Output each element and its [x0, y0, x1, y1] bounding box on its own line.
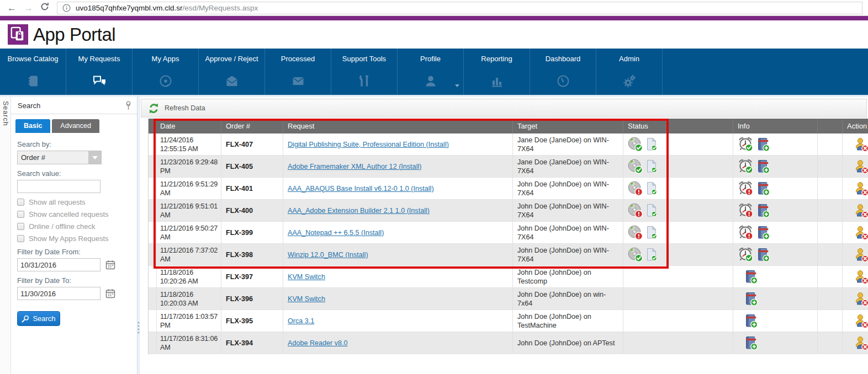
refresh-data-button[interactable]: Refresh Data	[141, 99, 867, 117]
cancel-request-icon[interactable]	[854, 137, 868, 152]
page-info-icon[interactable]	[62, 4, 71, 12]
search-by-select[interactable]: Order #	[17, 151, 102, 164]
column-header-target[interactable]: Target	[513, 119, 623, 133]
checkbox-show-all-requests[interactable]	[17, 199, 24, 206]
request-link[interactable]: Adobe Framemaker XML Author 12 (Install)	[288, 162, 421, 171]
column-header-request[interactable]: Request	[283, 119, 513, 133]
column-header-order[interactable]: Order #	[221, 119, 283, 133]
cancel-request-icon[interactable]	[854, 159, 868, 174]
doc-success-icon	[646, 137, 657, 151]
log-add-icon[interactable]	[756, 181, 770, 196]
request-link[interactable]: Digital Publishing Suite, Professional E…	[288, 140, 449, 149]
catalog-icon	[0, 74, 66, 88]
request-link[interactable]: KVM Switch	[288, 273, 325, 281]
cell-request: KVM Switch	[283, 266, 513, 287]
select-arrow-icon[interactable]	[88, 151, 101, 164]
log-add-icon[interactable]	[744, 270, 758, 284]
column-header-date[interactable]: Date	[156, 119, 221, 133]
checkbox-label: Show all requests	[29, 198, 86, 206]
nav-tab-label: Processed	[265, 55, 331, 63]
cancel-request-icon[interactable]	[854, 292, 868, 306]
cell-spacer	[818, 133, 843, 155]
cancel-request-icon[interactable]	[854, 181, 868, 196]
date-from-input[interactable]	[17, 258, 100, 271]
calendar-icon[interactable]	[105, 260, 115, 270]
mail-icon	[265, 74, 331, 88]
search-pane-vertical-tab[interactable]: Search	[2, 101, 9, 126]
log-add-icon[interactable]	[744, 292, 758, 306]
alarm-error-icon[interactable]	[738, 225, 753, 240]
cell-order-number: FLX-399	[221, 222, 283, 243]
tab-advanced[interactable]: Advanced	[52, 119, 99, 133]
alarm-success-icon[interactable]	[738, 137, 753, 152]
browser-forward-button[interactable]: →	[24, 3, 33, 13]
log-add-icon[interactable]	[756, 248, 770, 262]
disc-error-icon	[628, 225, 643, 240]
cell-status	[623, 332, 733, 354]
request-link[interactable]: AAA_Adobe Extension Builder 2.1 1.0 (Ins…	[288, 206, 430, 215]
request-link[interactable]: Winzip 12.0_BMC (Install)	[288, 250, 368, 259]
cancel-request-icon[interactable]	[854, 336, 868, 350]
checkbox-show-my-apps-requests[interactable]	[17, 235, 24, 242]
browser-back-button[interactable]: ←	[7, 3, 17, 13]
column-header-status[interactable]: Status	[623, 119, 733, 133]
checkbox-show-cancelled-requests[interactable]	[17, 211, 24, 218]
log-add-icon[interactable]	[756, 226, 770, 240]
search-button[interactable]: Search	[17, 311, 60, 326]
cancel-request-icon[interactable]	[854, 270, 868, 284]
log-add-icon[interactable]	[744, 336, 758, 350]
cancel-request-icon[interactable]	[854, 204, 868, 218]
browser-chrome: ← → uvo185q7qhfxe7yqmbl.vm.cld.sr/esd/My…	[0, 0, 868, 16]
nav-tab-admin[interactable]: Admin	[596, 49, 663, 95]
request-link[interactable]: Orca 3.1	[288, 317, 314, 325]
nav-tab-processed[interactable]: Processed	[265, 49, 331, 95]
nav-tab-browse-catalog[interactable]: Browse Catalog	[0, 49, 66, 95]
cell-spacer	[818, 222, 843, 243]
alarm-success-icon[interactable]	[738, 247, 753, 262]
nav-tab-dashboard[interactable]: Dashboard	[530, 49, 596, 95]
cell-info	[733, 288, 818, 309]
cell-info	[733, 244, 818, 265]
request-link[interactable]: KVM Switch	[288, 295, 325, 303]
log-add-icon[interactable]	[744, 314, 758, 328]
cancel-request-icon[interactable]	[854, 248, 868, 262]
address-bar[interactable]: uvo185q7qhfxe7yqmbl.vm.cld.sr/esd/MyRequ…	[57, 2, 862, 14]
request-link[interactable]: AAA_Notepad ++ 6.5.5 (Install)	[288, 228, 384, 237]
cell-target: John Doe (JohnDoe) on WIN-7X64	[513, 178, 623, 199]
browser-reload-button[interactable]	[40, 2, 49, 13]
calendar-icon[interactable]	[105, 288, 115, 298]
log-add-icon[interactable]	[756, 159, 770, 174]
cancel-request-icon[interactable]	[854, 314, 868, 328]
request-link[interactable]: Adobe Reader v8.0	[288, 339, 348, 348]
nav-tab-my-requests[interactable]: My Requests	[66, 49, 133, 95]
nav-tab-reporting[interactable]: Reporting	[464, 49, 530, 95]
nav-tab-support-tools[interactable]: Support Tools	[331, 49, 398, 95]
doc-success-icon	[646, 159, 657, 173]
nav-tab-label: Approve / Reject	[199, 55, 264, 63]
nav-tab-my-apps[interactable]: My Apps	[133, 49, 199, 95]
alarm-error-icon[interactable]	[738, 203, 753, 218]
log-add-icon[interactable]	[756, 137, 770, 152]
tab-basic[interactable]: Basic	[15, 119, 50, 133]
nav-tab-label: Browse Catalog	[0, 55, 66, 63]
nav-tab-approve-reject[interactable]: Approve / Reject	[199, 49, 265, 95]
cancel-request-icon[interactable]	[854, 226, 868, 240]
column-header-info[interactable]: Info	[733, 119, 818, 133]
cell-action	[843, 156, 868, 177]
pin-icon[interactable]	[125, 101, 131, 110]
cell-target: John Doe (JohnDoe) on Testcomp	[513, 266, 623, 287]
date-to-input[interactable]	[17, 287, 100, 300]
search-value-input[interactable]	[17, 180, 100, 193]
request-link[interactable]: AAA_ABAQUS Base Install v6.12-0 1.0 (Ins…	[288, 184, 434, 193]
checkbox-online-offline-check[interactable]	[17, 223, 24, 230]
alarm-error-icon[interactable]	[738, 181, 753, 196]
log-add-icon[interactable]	[756, 204, 770, 218]
cell-status	[623, 288, 733, 309]
nav-tab-profile[interactable]: Profile	[398, 49, 464, 95]
cell-order-number: FLX-401	[221, 178, 283, 199]
table-row: 11/21/2016 9:51:01 AMFLX-400AAA_Adobe Ex…	[149, 200, 868, 222]
alarm-success-icon[interactable]	[738, 159, 753, 174]
gears-icon	[596, 74, 662, 88]
column-header-action[interactable]: Action	[843, 119, 868, 133]
url-text: uvo185q7qhfxe7yqmbl.vm.cld.sr/esd/MyRequ…	[76, 4, 258, 12]
